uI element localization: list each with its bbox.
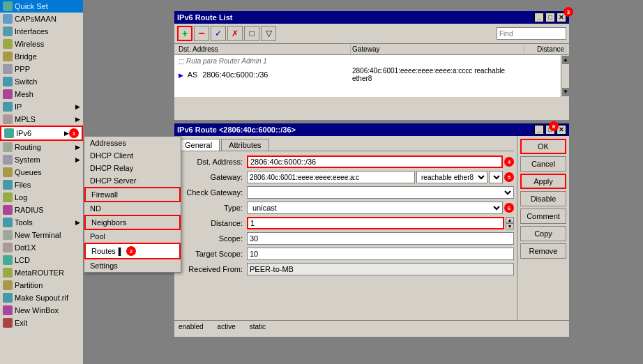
sidebar-item-dot1x[interactable]: Dot1X — [0, 241, 83, 254]
cell-as: ▶ AS 2806:40c:6000::/36 — [177, 70, 351, 79]
sidebar-item-exit[interactable]: Exit — [0, 317, 83, 329]
add-route-button[interactable]: + 3 — [177, 26, 192, 41]
edit-maximize-btn[interactable]: □ 8 — [545, 125, 555, 135]
wireless-icon — [3, 39, 13, 49]
badge-5: 5 — [504, 172, 514, 182]
route-list-table-body[interactable]: ;;; Ruta para Router Admin 1 ▶ AS 2806:4… — [174, 55, 569, 97]
sidebar-item-interfaces[interactable]: Interfaces — [0, 25, 83, 38]
sidebar-item-ipv6[interactable]: IPv6 ▶ 1 — [0, 126, 83, 141]
submenu-dhcp-relay[interactable]: DHCP Relay — [84, 162, 181, 174]
apply-button[interactable]: Apply — [520, 174, 566, 189]
make-supout-icon — [3, 293, 13, 303]
disable-route-button[interactable]: ✗ — [227, 26, 243, 41]
gateway-type-select[interactable]: reachable ether8 — [416, 171, 487, 183]
distance-down-btn[interactable]: ▼ — [506, 223, 514, 229]
badge-2: 2 — [126, 246, 136, 256]
scroll-up[interactable]: ▲ — [562, 56, 569, 64]
submenu-dhcp-client[interactable]: DHCP Client — [84, 149, 181, 162]
scroll-down[interactable]: ▼ — [562, 88, 569, 96]
bridge-icon — [3, 52, 13, 61]
copy-button[interactable]: Copy — [520, 226, 566, 241]
sidebar-item-metarouter[interactable]: MetaROUTER — [0, 266, 83, 279]
find-input[interactable] — [497, 27, 566, 40]
sidebar-item-bridge[interactable]: Bridge — [0, 50, 83, 63]
routing-icon — [3, 142, 13, 152]
comment-route-button[interactable]: □ — [244, 26, 259, 41]
radius-icon — [3, 205, 13, 215]
submenu-pool[interactable]: Pool — [84, 230, 181, 243]
gateway-extra-select[interactable] — [489, 171, 503, 183]
tab-attributes[interactable]: Attributes — [221, 139, 268, 151]
sidebar-label-lcd: LCD — [15, 256, 30, 264]
sidebar-item-lcd[interactable]: LCD — [0, 254, 83, 266]
badge-1: 1 — [69, 128, 79, 138]
partition-icon — [3, 280, 13, 290]
sidebar-item-switch[interactable]: Switch — [0, 75, 83, 88]
tab-general[interactable]: General — [177, 139, 220, 151]
sidebar-item-log[interactable]: Log — [0, 191, 83, 204]
sidebar-item-files[interactable]: Files — [0, 179, 83, 191]
sidebar-label-switch: Switch — [15, 77, 37, 86]
sidebar-label-new-winbox: New WinBox — [15, 306, 59, 314]
sidebar-item-new-winbox[interactable]: New WinBox — [0, 304, 83, 317]
gateway-value-input[interactable] — [247, 171, 415, 183]
comment-text: ;;; Ruta para Router Admin 1 — [177, 57, 566, 65]
submenu-dhcp-server[interactable]: DHCP Server — [84, 174, 181, 187]
sidebar-item-mesh[interactable]: Mesh — [0, 88, 83, 100]
distance-input[interactable] — [247, 217, 504, 229]
sidebar-item-quick-set[interactable]: Quick Set — [0, 0, 83, 13]
col-dst-address: Dst. Address — [177, 45, 351, 54]
sidebar-item-wireless[interactable]: Wireless — [0, 38, 83, 50]
scope-input[interactable] — [247, 232, 514, 245]
check-gateway-select[interactable] — [247, 186, 514, 199]
form-row-gateway: Gateway: reachable ether8 5 — [177, 171, 514, 183]
sidebar-item-terminal[interactable]: New Terminal — [0, 229, 83, 241]
target-scope-input[interactable] — [247, 248, 514, 260]
edit-close-btn[interactable]: ✕ — [557, 125, 566, 135]
submenu-nd[interactable]: ND — [84, 202, 181, 215]
submenu-addresses[interactable]: Addresses — [84, 137, 181, 149]
submenu-firewall[interactable]: Firewall — [84, 187, 181, 202]
edit-status-bar: enabled active static — [174, 320, 569, 333]
sidebar-item-system[interactable]: System ▶ — [0, 153, 83, 166]
submenu-neighbors[interactable]: Neighbors — [84, 215, 181, 230]
edit-minimize-btn[interactable]: _ — [534, 125, 544, 135]
sidebar-item-queues[interactable]: Queues — [0, 166, 83, 179]
comment-button[interactable]: Comment — [520, 208, 566, 224]
remove-route-button[interactable]: − — [194, 26, 209, 41]
distance-up-btn[interactable]: ▲ — [506, 217, 514, 223]
sidebar-item-mpls[interactable]: MPLS ▶ — [0, 113, 83, 126]
route-edit-titlebar: IPv6 Route <2806:40c:6000::/36> _ □ 8 ✕ — [174, 123, 569, 136]
sidebar-item-radius[interactable]: RADIUS — [0, 204, 83, 216]
sidebar-label-system: System — [15, 156, 40, 164]
sidebar-item-make-supout[interactable]: Make Supout.rif — [0, 291, 83, 304]
minimize-button[interactable]: _ — [534, 13, 544, 22]
gateway-inputs: reachable ether8 — [247, 171, 503, 183]
submenu-settings[interactable]: Settings — [84, 259, 181, 272]
dst-address-input[interactable] — [247, 156, 503, 168]
close-button[interactable]: ✕ — [557, 13, 566, 22]
sidebar-item-ppp[interactable]: PPP — [0, 63, 83, 75]
cancel-button[interactable]: Cancel — [520, 156, 566, 172]
sidebar-item-ip[interactable]: IP ▶ — [0, 100, 83, 113]
submenu-label-addresses: Addresses — [90, 139, 126, 147]
scrollbar[interactable]: ▲ ▼ — [561, 55, 569, 97]
maximize-button[interactable]: □ — [545, 13, 555, 22]
remove-button[interactable]: Remove — [520, 243, 566, 259]
sidebar-item-tools[interactable]: Tools ▶ — [0, 216, 83, 229]
enable-route-button[interactable]: ✓ — [211, 26, 226, 41]
type-label: Type: — [177, 204, 247, 212]
badge-4: 4 — [504, 157, 514, 167]
submenu-routes[interactable]: Routes ▌ 2 — [84, 243, 181, 259]
sidebar-item-routing[interactable]: Routing ▶ — [0, 141, 83, 153]
table-row-data[interactable]: ▶ AS 2806:40c:6000::/36 2806:40c:6001:ee… — [174, 66, 569, 83]
ok-button[interactable]: OK — [520, 139, 566, 154]
sidebar-item-partition[interactable]: Partition — [0, 279, 83, 291]
filter-route-button[interactable]: ▽ — [261, 26, 276, 41]
sidebar-item-capsman[interactable]: CAPsMAAN — [0, 13, 83, 25]
cell-gateway: 2806:40c:6001:eeee:eeee:eeee:a:cccc reac… — [351, 67, 524, 82]
disable-button[interactable]: Disable — [520, 191, 566, 206]
received-from-input[interactable] — [247, 263, 514, 275]
route-list-window: IPv6 Route List _ □ ✕ + 3 − ✓ ✗ □ ▽ Dst.… — [173, 10, 570, 121]
type-select[interactable]: unicast — [247, 202, 503, 214]
